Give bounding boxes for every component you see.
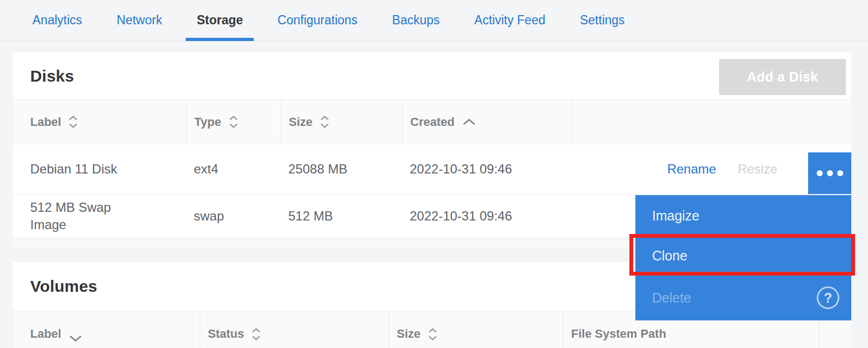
column-label-text: Label bbox=[30, 327, 61, 341]
disks-section-header: Disks Add a Disk bbox=[13, 52, 851, 99]
disk-type-cell: ext4 bbox=[186, 144, 281, 194]
disks-column-header-label[interactable]: Label bbox=[13, 100, 186, 144]
sort-both-icon bbox=[320, 116, 329, 128]
volumes-column-header-status[interactable]: Status bbox=[200, 311, 389, 348]
sort-both-icon bbox=[229, 116, 238, 128]
disk-row-debian: Debian 11 Disk ext4 25088 MB 2022-10-31 … bbox=[13, 144, 851, 194]
resize-link[interactable]: Resize bbox=[738, 162, 777, 177]
menu-item-imagize[interactable]: Imagize bbox=[635, 195, 851, 236]
linode-detail-tab-bar: Analytics Network Storage Configurations… bbox=[0, 0, 868, 41]
ellipsis-dot bbox=[837, 170, 843, 176]
disk-label-cell: Debian 11 Disk bbox=[13, 144, 186, 194]
menu-item-delete[interactable]: Delete ? bbox=[635, 275, 851, 320]
disk-row-actions: Rename Resize bbox=[667, 144, 851, 194]
disk-label-text: 512 MB Swap Image bbox=[30, 199, 126, 233]
disk-type-cell: swap bbox=[186, 195, 281, 238]
column-label-text: Size bbox=[397, 327, 421, 341]
volumes-column-header-label[interactable]: Label bbox=[13, 311, 200, 348]
tab-configurations[interactable]: Configurations bbox=[267, 0, 368, 41]
column-label-text: Type bbox=[194, 115, 221, 129]
ellipsis-dot bbox=[817, 170, 823, 176]
column-label-text: Size bbox=[289, 115, 313, 129]
tab-settings[interactable]: Settings bbox=[569, 0, 635, 41]
disks-table-header: Label Type Size Created bbox=[13, 99, 851, 144]
disk-size-cell: 25088 MB bbox=[281, 144, 402, 194]
disk-created-cell: 2022-10-31 09:46 bbox=[402, 195, 572, 238]
add-disk-button[interactable]: Add a Disk bbox=[719, 59, 846, 95]
column-label-text: Status bbox=[208, 327, 244, 341]
menu-item-delete-label: Delete bbox=[652, 290, 691, 306]
column-label-text: Label bbox=[30, 115, 61, 129]
disks-column-header-actions bbox=[572, 100, 851, 144]
sort-both-icon bbox=[69, 116, 78, 128]
column-label-text: Created bbox=[410, 115, 455, 129]
column-label-text: File System Path bbox=[571, 327, 666, 341]
disks-title: Disks bbox=[30, 67, 74, 85]
sort-both-icon bbox=[252, 328, 261, 340]
disks-column-header-created[interactable]: Created bbox=[402, 100, 572, 144]
sort-descending-icon bbox=[69, 335, 83, 342]
help-icon[interactable]: ? bbox=[817, 286, 839, 309]
disk-action-menu: Imagize Clone Delete ? bbox=[635, 195, 851, 320]
menu-item-clone[interactable]: Clone bbox=[635, 236, 851, 275]
tab-backups[interactable]: Backups bbox=[381, 0, 450, 41]
rename-link[interactable]: Rename bbox=[667, 162, 716, 177]
disk-size-cell: 512 MB bbox=[281, 195, 402, 238]
disk-actions-ellipsis-button[interactable] bbox=[808, 152, 851, 194]
sort-ascending-icon bbox=[462, 118, 476, 125]
tab-activity-feed[interactable]: Activity Feed bbox=[464, 0, 557, 41]
tab-network[interactable]: Network bbox=[106, 0, 173, 41]
disks-column-header-type[interactable]: Type bbox=[186, 100, 281, 144]
ellipsis-dot bbox=[827, 170, 833, 176]
volumes-column-header-size[interactable]: Size bbox=[389, 311, 563, 348]
tab-storage[interactable]: Storage bbox=[186, 0, 254, 41]
disk-created-cell: 2022-10-31 09:46 bbox=[402, 144, 572, 194]
tab-analytics[interactable]: Analytics bbox=[22, 0, 93, 41]
disks-column-header-size[interactable]: Size bbox=[281, 100, 402, 144]
volumes-title: Volumes bbox=[30, 277, 97, 296]
sort-both-icon bbox=[428, 328, 437, 340]
disk-label-cell: 512 MB Swap Image bbox=[13, 195, 186, 238]
